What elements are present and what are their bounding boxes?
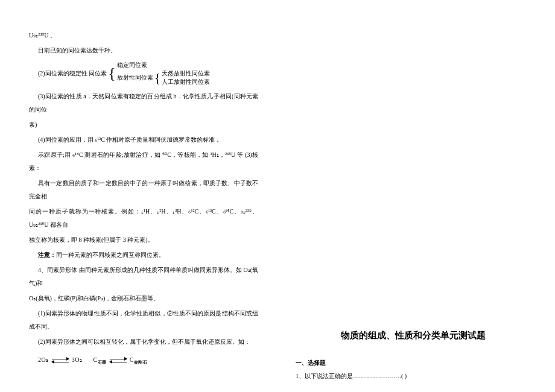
eq-term: C金刚石 [130, 356, 148, 363]
equilibrium-arrow-icon [110, 358, 127, 364]
text-line: (3)同位素的性质 a．天然同位素有稳定的百分组成 b．化学性质几乎相同(同种元… [29, 90, 258, 116]
brace-sub: 放射性同位素 { 天然放射性同位素 人工放射性同位素 [117, 69, 211, 86]
text-line: 目前已知的同位素达数千种。 [29, 44, 258, 57]
note-label: 注意： [38, 251, 56, 258]
text-line: O₃(臭氧)，红磷(P)和白磷(P₄)，金刚石和石墨等。 [29, 292, 258, 305]
text-line: 素) [29, 118, 258, 131]
text-line: U₉₂²³⁸U 。 [29, 29, 258, 42]
eq-term: 3O₂ [72, 356, 83, 363]
question-line: 1、以下说法正确的是……………………( ) [296, 370, 531, 383]
note-text: 同一种元素的不同核素之间互称同位素。 [56, 251, 165, 258]
text-line: 4、同素异形体 由同种元素所形成的几种性质不同种单质叫做同素异形体。如 O₂(氧… [29, 264, 258, 290]
note-line: 注意：同一种元素的不同核素之间互称同位素。 [29, 248, 258, 262]
text-line: (4)同位素的应用：用 ₆¹²C 作相对原子质量和阿伏加德罗常数的标准； [29, 133, 258, 147]
brace-left: { [154, 70, 161, 86]
brace-group: 天然放射性同位素 人工放射性同位素 [162, 69, 210, 86]
left-column: U₉₂²³⁸U 。 目前已知的同位素达数千种。 (2)同位素的稳定性 同位素 {… [29, 29, 258, 367]
eq-term: 2O₃ [38, 356, 49, 363]
brace-item: 稳定同位素 [117, 61, 211, 69]
brace-left: { [108, 66, 115, 81]
test-title: 物质的组成、性质和分类单元测试题 [296, 326, 531, 346]
section-heading: 一、选择题 [296, 356, 531, 370]
right-column: 物质的组成、性质和分类单元测试题 一、选择题 1、以下说法正确的是…………………… [296, 326, 531, 385]
brace-group: 稳定同位素 放射性同位素 { 天然放射性同位素 人工放射性同位素 [117, 61, 211, 86]
equilibrium-arrow-icon [52, 358, 69, 364]
text-line: 独立称为核素，即 8 种核素(但属于 3 种元素)。 [29, 233, 258, 247]
diagram-label: (2)同位素的稳定性 同位素 [38, 67, 107, 80]
brace-item: 人工放射性同位素 [162, 78, 210, 86]
equation-line: 2O₃ 3O₂ C石墨 C金刚石 [29, 353, 258, 367]
text-line: 同的一种原子就称为一种核素。例如：₁¹H、₁²H、₁³H、₆¹²C、₆¹³C、₆… [29, 205, 258, 232]
text-line: 具有一定数目的质子和一定数目的中子的一种原子叫做核素，即质子数、中子数不完全相 [29, 177, 258, 203]
brace-item: 放射性同位素 [117, 74, 153, 82]
text-line: 示踪原子;用 ₆¹⁴C 测岩石的年龄;放射治疗，如 ⁶⁰C，等核能，如 ²H₁，… [29, 148, 258, 175]
isotope-stability-diagram: (2)同位素的稳定性 同位素 { 稳定同位素 放射性同位素 { 天然放射性同位素… [38, 61, 258, 86]
eq-term: C石墨 [93, 356, 106, 363]
brace-item: 天然放射性同位素 [162, 69, 210, 78]
text-line: (2)同素异形体之间可以相互转化，属于化学变化，但不属于氧化还原反应。如： [29, 335, 258, 349]
text-line: (1)同素异形体的物理性质不同，化学性质相似，②性质不同的原因是结构不同或组成不… [29, 307, 258, 334]
